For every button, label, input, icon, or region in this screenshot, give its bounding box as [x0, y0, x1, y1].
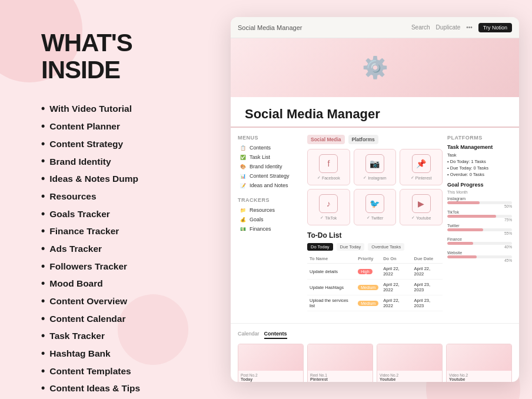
search-action[interactable]: Search	[411, 24, 430, 31]
notion-right: Social MediaPlatforms f ✓ Facebook 📷 ✓ I…	[307, 135, 443, 316]
right-panel: Social Media Manager Search Duplicate ••…	[230, 0, 532, 399]
platform-grid: f ✓ Facebook 📷 ✓ Instagram 📌 ✓ Pinterest…	[307, 149, 443, 225]
task-item: • Due Today: 0 Tasks	[447, 165, 512, 171]
bottom-tab[interactable]: Calendar	[238, 330, 260, 339]
list-item: Hashtag Bank	[41, 345, 200, 363]
progress-row: Website 45%	[447, 251, 512, 262]
content-card: Video No.2 Youtube Video Writing Caption…	[377, 344, 443, 382]
hero-icon: ⚙️	[362, 55, 388, 80]
goal-progress-title: Goal Progress	[447, 182, 512, 188]
content-card: Reel No.1 Pinterest Reel Designing Apr 1…	[307, 344, 373, 382]
check-icon: ✓	[367, 215, 370, 220]
list-item: Content Calendar	[41, 310, 200, 328]
try-notion-button[interactable]: Try Notion	[478, 23, 512, 32]
sidebar-item[interactable]: 💰Goals	[238, 215, 302, 224]
check-icon: ✓	[317, 175, 321, 180]
sidebar-item[interactable]: 💵Finances	[238, 224, 302, 234]
todo-priority: Medium	[355, 280, 381, 295]
sidebar-item-label: Task List	[250, 154, 270, 160]
content-card-info: Video No.2 Youtube Video Writing Caption…	[447, 371, 511, 382]
notion-page-title: Social Media Manager	[231, 97, 519, 128]
sidebar-item[interactable]: 📋Contents	[238, 143, 302, 152]
content-card: Post No.2 Today Reel Create an Outline A…	[238, 344, 304, 382]
content-card-type: Post No.2	[241, 373, 301, 377]
platform-check: ✓ Pinterest	[411, 175, 432, 180]
sidebar-item-label: Ideas and Notes	[250, 182, 288, 188]
sidebar-section-title: Trackers	[238, 197, 302, 203]
todo-do-on: April 22, 2022	[381, 264, 411, 280]
progress-label: Twitter	[447, 224, 512, 228]
priority-badge: High	[358, 269, 372, 274]
platform-icon: ▶	[412, 194, 431, 213]
content-card-type: Video No.2	[449, 373, 509, 377]
todo-row: Upload the services listMediumApril 22, …	[307, 295, 443, 311]
notion-window: Social Media Manager Search Duplicate ••…	[231, 17, 519, 382]
sidebar-item-icon: ✅	[240, 155, 247, 160]
notion-main: Menus📋Contents✅Task List🎨Brand Identity📊…	[231, 128, 519, 323]
goal-this-month: This Month	[447, 190, 512, 194]
more-action[interactable]: •••	[466, 24, 473, 31]
todo-priority: Medium	[355, 295, 381, 311]
content-card-type: Reel No.1	[310, 373, 370, 377]
list-item: Followers Tracker	[41, 258, 200, 275]
content-card-image	[308, 344, 373, 371]
sidebar-item[interactable]: 📝Ideas and Notes	[238, 181, 302, 190]
platform-tab[interactable]: Social Media	[307, 135, 345, 144]
progress-label: Finance	[447, 237, 512, 241]
sidebar-item-label: Content Strategy	[250, 173, 290, 179]
sidebar-section: Menus📋Contents✅Task List🎨Brand Identity📊…	[238, 135, 302, 190]
list-item: Resources	[41, 188, 200, 205]
sidebar-item[interactable]: 🎨Brand Identity	[238, 162, 302, 171]
content-card-platform: Today	[241, 377, 301, 381]
check-icon: ✓	[320, 215, 324, 220]
notion-sidebar: Menus📋Contents✅Task List🎨Brand Identity📊…	[238, 135, 302, 316]
list-item: Goals Tracker	[41, 205, 200, 223]
platform-card: ♪ ✓ TikTok	[307, 189, 350, 225]
notion-topbar-title: Social Media Manager	[238, 24, 302, 31]
task-item: • Overdue: 0 Tasks	[447, 172, 512, 177]
sidebar-item[interactable]: 📊Content Strategy	[238, 171, 302, 181]
check-icon: ✓	[411, 175, 414, 180]
platform-card: 📌 ✓ Pinterest	[400, 149, 443, 185]
platform-icon: 🐦	[365, 194, 384, 213]
todo-filter[interactable]: Overdue Tasks	[368, 243, 404, 251]
sidebar-item-label: Brand Identity	[250, 164, 282, 169]
sidebar-item[interactable]: ✅Task List	[238, 152, 302, 162]
list-item: Brand Identity	[41, 152, 200, 170]
notion-topbar: Social Media Manager Search Duplicate ••…	[231, 17, 519, 38]
check-icon: ✓	[411, 215, 415, 220]
priority-badge: Medium	[358, 301, 378, 306]
todo-filter[interactable]: Do Today	[307, 243, 333, 251]
progress-pct: 50%	[447, 204, 512, 208]
sidebar-item-label: Finances	[250, 226, 271, 232]
list-item: With Video Tutorial	[41, 100, 200, 118]
task-item: Task	[447, 152, 512, 158]
check-icon: ✓	[363, 175, 367, 180]
bottom-tab[interactable]: Contents	[264, 330, 287, 339]
todo-column-header: Priority	[355, 254, 381, 264]
content-card-sub: Reel	[241, 381, 301, 382]
progress-pct: 55%	[447, 231, 512, 235]
platform-icon: 📌	[412, 154, 431, 173]
notion-content: ⚙️ Social Media Manager Menus📋Contents✅T…	[231, 38, 519, 382]
platform-check: ✓ Youtube	[411, 215, 431, 220]
sidebar-item-icon: 💵	[240, 227, 247, 232]
platform-tab[interactable]: Platforms	[348, 135, 378, 144]
list-item: Task Tracker	[41, 327, 200, 345]
todo-filter[interactable]: Due Today	[337, 243, 365, 251]
duplicate-action[interactable]: Duplicate	[436, 24, 461, 31]
todo-do-on: April 22, 2022	[381, 295, 411, 311]
sidebar-item[interactable]: 📁Resources	[238, 205, 302, 215]
sidebar-item-label: Resources	[250, 207, 275, 213]
platform-name: Facebook	[322, 176, 340, 180]
todo-column-header: To Name	[307, 254, 355, 264]
platforms-section-title: Platforms	[447, 135, 512, 141]
todo-table: To NamePriorityDo OnDue Date Update deta…	[307, 254, 443, 311]
list-item: Content Strategy	[41, 135, 200, 153]
todo-column-header: Due Date	[412, 254, 443, 264]
notion-bottom: CalendarContents Post No.2 Today Reel Cr…	[231, 323, 519, 382]
todo-task-name: Update details	[307, 264, 355, 280]
list-item: Content Overview	[41, 292, 200, 310]
content-card: Video No.2 Youtube Video Writing Caption…	[446, 344, 512, 382]
task-items: Task• Do Today: 1 Tasks• Due Today: 0 Ta…	[447, 152, 512, 177]
